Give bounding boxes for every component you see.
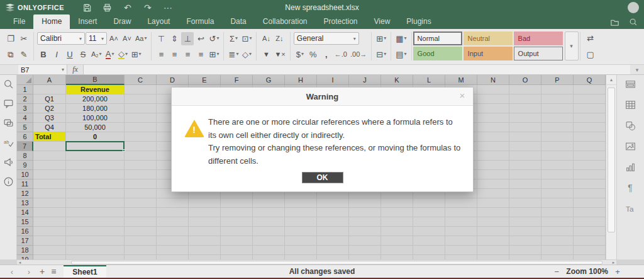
cell-q8[interactable]: [574, 151, 606, 161]
cell-d13[interactable]: [157, 198, 189, 208]
cell-p10[interactable]: [541, 170, 574, 179]
search-icon[interactable]: [3, 79, 14, 89]
cell-p5[interactable]: [541, 123, 574, 132]
cell-n3[interactable]: [477, 104, 509, 113]
comma-style-button[interactable]: ,: [320, 48, 333, 61]
row-header-12[interactable]: 12: [17, 189, 33, 198]
cell-b5[interactable]: 50,000: [66, 123, 125, 132]
cell-a11[interactable]: [33, 179, 66, 189]
cell-b15[interactable]: [66, 217, 125, 227]
cell-l13[interactable]: [413, 198, 445, 208]
valign-bottom-button[interactable]: ⊥: [181, 32, 194, 45]
cell-m14[interactable]: [445, 208, 477, 217]
cell-d14[interactable]: [157, 208, 189, 217]
search-menu-icon[interactable]: [628, 16, 639, 28]
cell-e15[interactable]: [189, 217, 221, 227]
cell-q5[interactable]: [574, 123, 606, 132]
cell-l14[interactable]: [413, 208, 445, 217]
column-header-j[interactable]: J: [349, 75, 381, 85]
cell-a14[interactable]: [33, 208, 66, 217]
cell-l15[interactable]: [413, 217, 445, 227]
cell-a17[interactable]: [33, 236, 66, 246]
cell-p14[interactable]: [541, 208, 574, 217]
cell-o16[interactable]: [509, 227, 541, 236]
redo-icon[interactable]: ↷: [142, 2, 153, 13]
copy-style-button[interactable]: ✎: [18, 48, 30, 61]
cell-m15[interactable]: [445, 217, 477, 227]
change-case-button[interactable]: Aa▾: [134, 32, 148, 45]
cell-q17[interactable]: [574, 236, 606, 246]
cell-p13[interactable]: [541, 198, 574, 208]
cell-o10[interactable]: [509, 170, 541, 179]
cell-o11[interactable]: [509, 179, 541, 189]
cell-p1[interactable]: [541, 85, 574, 94]
decrease-font-button[interactable]: A˅: [121, 32, 133, 45]
formula-bar-expand-icon[interactable]: ▾: [630, 65, 644, 74]
cell-f19[interactable]: [221, 255, 253, 259]
wrap-text-button[interactable]: ↩: [194, 32, 207, 45]
zoom-out-button[interactable]: −: [553, 267, 560, 276]
cell-b14[interactable]: [66, 208, 125, 217]
cell-p3[interactable]: [541, 104, 574, 113]
row-header-15[interactable]: 15: [17, 217, 33, 227]
insert-cells-button[interactable]: ⊞▾: [375, 32, 387, 45]
cell-b13[interactable]: [66, 198, 125, 208]
accounting-style-button[interactable]: $▾: [294, 48, 306, 61]
align-left-button[interactable]: ≡: [155, 48, 167, 61]
cell-p17[interactable]: [541, 236, 574, 246]
cell-p6[interactable]: [541, 132, 574, 142]
tab-draw[interactable]: Draw: [105, 14, 139, 29]
cell-n4[interactable]: [477, 113, 509, 123]
cell-j14[interactable]: [349, 208, 381, 217]
cell-b7[interactable]: [66, 142, 125, 151]
row-header-14[interactable]: 14: [17, 208, 33, 217]
cell-l16[interactable]: [413, 227, 445, 236]
strikethrough-button[interactable]: S: [77, 48, 89, 61]
cell-f15[interactable]: [221, 217, 253, 227]
cell-i17[interactable]: [317, 236, 349, 246]
filter-button[interactable]: ▼: [260, 48, 272, 61]
cell-p4[interactable]: [541, 113, 574, 123]
dialog-header[interactable]: Warning ×: [172, 88, 473, 106]
cell-c7[interactable]: [125, 142, 157, 151]
cell-a3[interactable]: Q2: [33, 104, 66, 113]
cut-button[interactable]: ✂: [18, 32, 30, 45]
cell-a10[interactable]: [33, 170, 66, 179]
cell-n8[interactable]: [477, 151, 509, 161]
cell-style-input[interactable]: Input: [464, 47, 513, 60]
textart-settings-icon[interactable]: Ta: [625, 203, 636, 214]
column-header-h[interactable]: H: [285, 75, 317, 85]
cell-q16[interactable]: [574, 227, 606, 236]
cell-d17[interactable]: [157, 236, 189, 246]
cell-o18[interactable]: [509, 246, 541, 255]
zoom-in-button[interactable]: +: [614, 267, 621, 276]
spellcheck-icon[interactable]: ab: [3, 137, 14, 148]
cell-b2[interactable]: 200,000: [66, 94, 125, 104]
cell-n16[interactable]: [477, 227, 509, 236]
cell-q19[interactable]: [574, 255, 606, 259]
cell-p9[interactable]: [541, 161, 574, 170]
insert-function-icon[interactable]: fx: [67, 65, 84, 74]
cell-p18[interactable]: [541, 246, 574, 255]
cell-o8[interactable]: [509, 151, 541, 161]
cell-a5[interactable]: Q4: [33, 123, 66, 132]
cell-m18[interactable]: [445, 246, 477, 255]
italic-button[interactable]: I: [50, 48, 63, 61]
cell-styles-more-button[interactable]: ▾: [565, 31, 579, 60]
row-header-2[interactable]: 2: [17, 94, 33, 104]
cell-m19[interactable]: [445, 255, 477, 259]
cell-c4[interactable]: [125, 113, 157, 123]
tab-file[interactable]: File: [5, 14, 33, 29]
column-header-m[interactable]: M: [445, 75, 477, 85]
font-color-button[interactable]: A▾: [104, 48, 116, 61]
cell-c15[interactable]: [125, 217, 157, 227]
cell-c10[interactable]: [125, 170, 157, 179]
subscript-button[interactable]: A₂▾: [90, 48, 103, 61]
cell-n9[interactable]: [477, 161, 509, 170]
cell-a18[interactable]: [33, 246, 66, 255]
cell-b17[interactable]: [66, 236, 125, 246]
cell-a1[interactable]: [33, 85, 66, 94]
cell-p2[interactable]: [541, 94, 574, 104]
tab-view[interactable]: View: [366, 14, 399, 29]
cell-a6[interactable]: Total: [33, 132, 66, 142]
